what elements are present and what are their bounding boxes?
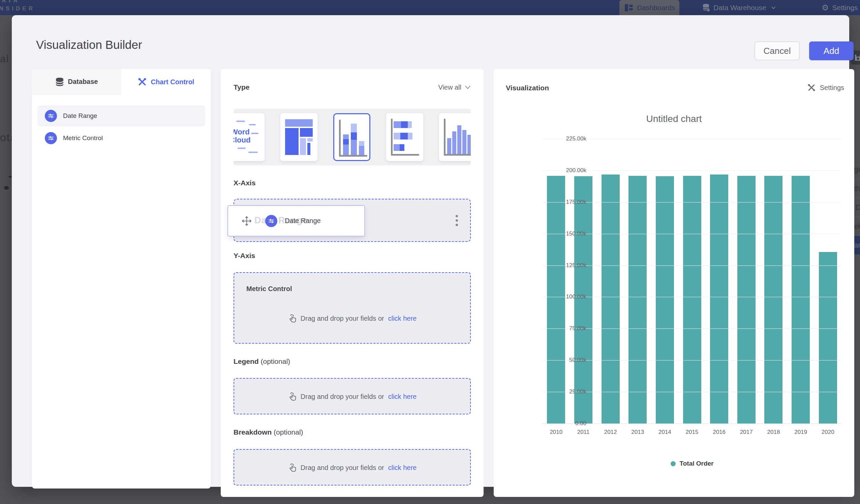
word-cloud-decoration [251, 133, 258, 134]
dashboards-icon [625, 4, 633, 12]
x-axis-tick-label: 2018 [760, 429, 787, 436]
word-cloud-decoration [236, 120, 245, 122]
dragged-field-date-range[interactable]: Date Range [228, 205, 365, 236]
y-axis-tick-label: 0.00 [575, 420, 586, 427]
y-axis-tick-label: 175.00k [566, 199, 587, 205]
drop-hint-text: Drag and drop your fields or [301, 393, 384, 401]
chevron-down-icon [771, 5, 776, 10]
bar-2016 [710, 174, 728, 423]
kebab-menu-icon[interactable] [453, 214, 461, 227]
field-date-range-label: Date Range [63, 112, 97, 119]
visualization-title: Visualization [506, 84, 549, 92]
move-icon [241, 215, 253, 227]
cancel-button[interactable]: Cancel [755, 41, 800, 60]
chart-gridline [543, 234, 842, 234]
type-card-word-cloud[interactable]: Word Cloud [233, 113, 264, 161]
bar-slot [651, 139, 679, 423]
nav-warehouse-label: Data Warehouse [713, 4, 766, 12]
control-sliders-icon [45, 110, 57, 122]
dragged-field-label: Date Range [285, 217, 321, 225]
nav-item-dashboards[interactable]: Dashboards [619, 0, 679, 15]
top-navbar: DATA INSIDER Dashboards Data Warehouse ⚙… [0, 0, 860, 15]
click-here-link[interactable]: click here [388, 464, 417, 472]
nav-item-data-warehouse[interactable]: Data Warehouse [703, 0, 776, 15]
chart-gridline [543, 171, 842, 171]
control-field-list: Date Range Metric Control [32, 95, 211, 148]
hand-click-icon [288, 391, 297, 402]
control-sliders-icon [45, 132, 57, 144]
x-axis-tick-label: 2015 [678, 429, 706, 436]
bar-2015 [683, 176, 701, 423]
bar-slot [543, 139, 570, 423]
nav-dashboards-label: Dashboards [637, 4, 675, 12]
type-card-treemap[interactable] [281, 113, 317, 161]
modal-title: Visualization Builder [36, 38, 142, 52]
field-item-metric-control[interactable]: Metric Control [38, 128, 205, 148]
bar-slot [597, 139, 624, 423]
tab-chart-control[interactable]: Chart Control [121, 69, 211, 95]
visualization-panel: Visualization Settings Untitled chart 22… [494, 69, 854, 497]
bar-slot [570, 139, 597, 423]
save-floppy-icon [854, 54, 860, 62]
chart-gridline [543, 423, 842, 424]
app-logo: DATA INSIDER [0, 0, 35, 13]
tab-database-label: Database [68, 78, 98, 86]
word-cloud-decoration [249, 124, 256, 125]
bar-chart-plot: 225.00k200.00k175.00k150.00k125.00k100.0… [543, 139, 842, 423]
bar-slot [624, 139, 651, 423]
type-card-horizontal-bar[interactable] [386, 113, 423, 161]
chart-settings-button[interactable]: Settings [807, 83, 844, 92]
chart-type-selector: Word Cloud [233, 109, 471, 165]
y-axis-placeholder-title: Metric Control [246, 285, 292, 293]
bar-2013 [629, 176, 647, 423]
chart-gridline [543, 202, 842, 202]
type-card-stacked-column[interactable] [333, 113, 370, 161]
tools-icon [138, 77, 147, 86]
hand-click-icon [288, 313, 297, 323]
y-axis-tick-label: 50.00k [569, 357, 586, 363]
fields-panel: Database Chart Control [32, 69, 211, 489]
bar-2020 [819, 252, 837, 423]
x-axis-dropzone[interactable]: Date Range [233, 199, 471, 242]
bar-slot [787, 139, 815, 423]
y-axis-tick-label: 75.00k [569, 325, 586, 332]
y-axis-tick-label: 100.00k [566, 293, 587, 300]
bar-slot [678, 139, 706, 423]
nav-item-settings[interactable]: ⚙ Settings [821, 0, 858, 15]
tab-database[interactable]: Database [32, 69, 121, 95]
x-axis-tick-label: 2019 [787, 429, 815, 436]
add-button[interactable]: Add [809, 41, 854, 60]
click-here-link[interactable]: click here [388, 393, 417, 401]
y-axis-tick-label: 125.00k [566, 262, 587, 269]
x-axis-tick-label: 2010 [543, 429, 570, 436]
word-cloud-decoration [238, 147, 246, 149]
x-axis-tick-label: 2020 [814, 429, 842, 436]
bar-2017 [737, 176, 756, 423]
legend-dropzone[interactable]: Drag and drop your fields or click here [233, 378, 471, 414]
bar-2018 [764, 176, 783, 423]
bar-2010 [547, 176, 565, 423]
x-axis-tick-label: 2017 [733, 429, 760, 436]
bar-slot [760, 139, 787, 423]
x-axis-heading: X-Axis [233, 179, 255, 187]
field-item-date-range[interactable]: Date Range [38, 105, 205, 126]
chart-title: Untitled chart [494, 114, 854, 124]
y-axis-dropzone[interactable]: Metric Control Drag and drop your fields… [233, 272, 471, 344]
x-axis-tick-label: 2013 [624, 429, 651, 436]
chart-gridline [543, 360, 842, 360]
chart-gridline [543, 139, 842, 139]
word-cloud-word-2: Cloud [233, 136, 250, 144]
database-icon [56, 77, 64, 86]
click-here-link[interactable]: click here [388, 315, 417, 322]
background-text-fragment: al [0, 53, 9, 65]
breakdown-dropzone[interactable]: Drag and drop your fields or click here [233, 449, 471, 486]
chart-bars [543, 139, 842, 423]
type-card-column-chart[interactable] [439, 113, 471, 161]
hand-click-icon [288, 463, 297, 473]
chart-gridline [543, 265, 842, 266]
view-all-dropdown[interactable]: View all [438, 84, 471, 91]
bar-slot [733, 139, 760, 423]
application-root: DATA INSIDER Dashboards Data Warehouse ⚙… [0, 0, 860, 504]
bar-2019 [792, 176, 810, 423]
y-axis-tick-label: 225.00k [566, 135, 587, 142]
